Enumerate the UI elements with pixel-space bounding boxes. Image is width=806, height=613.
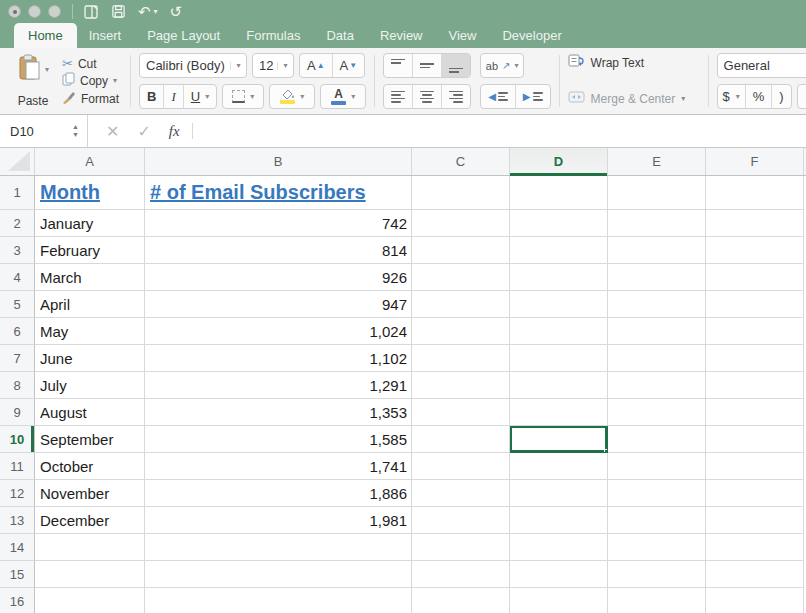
cell-B9[interactable]: 1,353 [145,399,412,426]
cell-C3[interactable] [412,237,510,264]
row-header-3[interactable]: 3 [0,237,35,264]
cell-C2[interactable] [412,210,510,237]
align-top-button[interactable] [384,54,413,77]
formula-input[interactable] [193,115,806,147]
cell-A6[interactable]: May [35,318,145,345]
undo-icon[interactable]: ↶ [138,4,151,19]
cell-B6[interactable]: 1,024 [145,318,412,345]
bold-button[interactable]: B [140,85,164,108]
tab-data[interactable]: Data [322,23,357,48]
borders-button[interactable]: ▾ [222,84,264,109]
row-header-2[interactable]: 2 [0,210,35,237]
cell-C15[interactable] [412,561,510,588]
cell-A8[interactable]: July [35,372,145,399]
cell-E10[interactable] [608,426,706,453]
align-right-button[interactable] [442,85,470,108]
row-header-7[interactable]: 7 [0,345,35,372]
number-format-combo[interactable]: General [717,53,806,78]
undo-dropdown-icon[interactable]: ▾ [154,7,158,16]
cell-C9[interactable] [412,399,510,426]
cell-C4[interactable] [412,264,510,291]
cell-E1[interactable] [608,176,706,210]
cell-A12[interactable]: November [35,480,145,507]
cell-D4[interactable] [510,264,608,291]
cell-A13[interactable]: December [35,507,145,534]
cut-button[interactable]: ✂ Cut [62,55,122,72]
cell-D6[interactable] [510,318,608,345]
cell-E6[interactable] [608,318,706,345]
cell-D13[interactable] [510,507,608,534]
cell-F2[interactable] [706,210,804,237]
cell-A15[interactable] [35,561,145,588]
cell-F6[interactable] [706,318,804,345]
decrease-indent-button[interactable]: ◀ [481,85,516,108]
cell-F13[interactable] [706,507,804,534]
cell-A4[interactable]: March [35,264,145,291]
format-button[interactable]: Format [62,90,122,107]
cell-F10[interactable] [706,426,804,453]
cell-D2[interactable] [510,210,608,237]
cell-C12[interactable] [412,480,510,507]
row-header-14[interactable]: 14 [0,534,35,561]
cell-B10[interactable]: 1,585 [145,426,412,453]
cell-D5[interactable] [510,291,608,318]
tab-developer[interactable]: Developer [498,23,565,48]
cell-D1[interactable] [510,176,608,210]
cell-A3[interactable]: February [35,237,145,264]
cell-C5[interactable] [412,291,510,318]
cell-B16[interactable] [145,588,412,613]
cell-B5[interactable]: 947 [145,291,412,318]
tab-page-layout[interactable]: Page Layout [143,23,224,48]
cell-D16[interactable] [510,588,608,613]
cell-B3[interactable]: 814 [145,237,412,264]
cell-C13[interactable] [412,507,510,534]
row-header-13[interactable]: 13 [0,507,35,534]
cell-E7[interactable] [608,345,706,372]
close-window-button[interactable] [8,5,21,18]
row-header-4[interactable]: 4 [0,264,35,291]
cell-E13[interactable] [608,507,706,534]
cell-E8[interactable] [608,372,706,399]
cell-F9[interactable] [706,399,804,426]
cell-D9[interactable] [510,399,608,426]
tab-review[interactable]: Review [376,23,427,48]
tab-formulas[interactable]: Formulas [242,23,304,48]
italic-button[interactable]: I [164,85,183,108]
increase-indent-button[interactable]: ▶ [516,85,550,108]
align-bottom-button[interactable] [442,54,470,77]
cell-D7[interactable] [510,345,608,372]
cell-F16[interactable] [706,588,804,613]
cell-E14[interactable] [608,534,706,561]
copy-button[interactable]: Copy ▾ [62,73,122,90]
cell-D14[interactable] [510,534,608,561]
column-header-E[interactable]: E [608,148,706,175]
font-name-combo[interactable]: Calibri (Body) ▾ [139,53,247,78]
cell-B8[interactable]: 1,291 [145,372,412,399]
cell-D11[interactable] [510,453,608,480]
cell-A11[interactable]: October [35,453,145,480]
cell-A14[interactable] [35,534,145,561]
cell-E9[interactable] [608,399,706,426]
cell-A1[interactable]: Month [35,176,145,210]
cell-E4[interactable] [608,264,706,291]
row-header-12[interactable]: 12 [0,480,35,507]
cell-B13[interactable]: 1,981 [145,507,412,534]
font-size-combo[interactable]: 12 ▾ [252,53,294,78]
row-header-6[interactable]: 6 [0,318,35,345]
cell-A9[interactable]: August [35,399,145,426]
cell-E5[interactable] [608,291,706,318]
cell-B11[interactable]: 1,741 [145,453,412,480]
fill-color-button[interactable]: ▾ [269,84,315,109]
redo-icon[interactable]: ↺ [170,4,183,19]
align-middle-button[interactable] [413,54,442,77]
select-all-button[interactable] [0,148,35,175]
tab-view[interactable]: View [445,23,481,48]
save-icon[interactable] [111,4,126,19]
cell-F8[interactable] [706,372,804,399]
cell-B15[interactable] [145,561,412,588]
cell-C16[interactable] [412,588,510,613]
shrink-font-button[interactable]: A ▼ [333,54,365,77]
underline-button[interactable]: U ▾ [184,85,216,108]
orientation-button[interactable]: ab ↗ ▾ [480,53,524,78]
cell-A10[interactable]: September [35,426,145,453]
